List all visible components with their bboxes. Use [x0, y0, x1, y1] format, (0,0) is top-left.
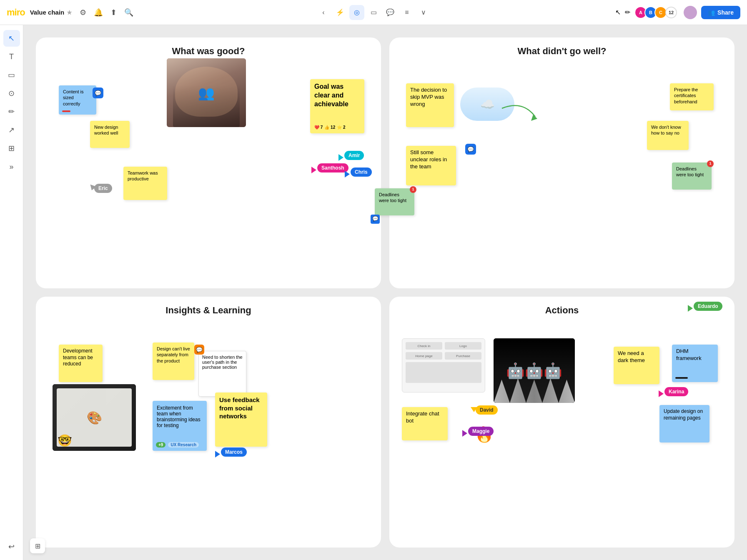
s1-title: What was good? [44, 46, 373, 57]
pen-tool-icon[interactable]: ✏ [625, 8, 630, 16]
sticky-chatbot[interactable]: Integrate chat bot [402, 407, 448, 440]
sticky-say-no[interactable]: We don't know how to say no [647, 121, 689, 150]
notifications-icon[interactable]: 🔔 [91, 5, 105, 20]
sticky-text: Goal was clear and achievable [314, 82, 360, 108]
sidebar-undo[interactable]: ↩ [3, 538, 20, 555]
sticky-text: Deadlines were too tight [676, 166, 704, 177]
svg-marker-0 [531, 115, 537, 121]
section-actions: Actions Eduardo Check in Logo Home page … [389, 297, 734, 548]
sticky-text: Excitement from team when brainstorming … [157, 405, 201, 428]
cursor-santhosh: Santhosh [311, 167, 316, 173]
sticky-dev-teams[interactable]: Development teams can be reduced [59, 345, 103, 382]
comment-bubble-insights[interactable]: 💬 [194, 345, 204, 355]
user-label-eduardo: Eduardo [694, 302, 722, 311]
sidebar-connector-tool[interactable]: ⊙ [3, 85, 20, 102]
avatar-count[interactable]: 12 [665, 7, 677, 18]
sticky-excitement[interactable]: Excitement from team when brainstorming … [153, 401, 207, 451]
user-label-karina: Karina [664, 387, 688, 396]
sticky-text: Integrate chat bot [406, 410, 439, 424]
sidebar-frame-tool[interactable]: ⊞ [3, 140, 20, 157]
frame-view-btn[interactable]: ▭ [366, 5, 381, 20]
topbar-right: ↖ ✏ A B C 12 👥 Share [615, 6, 740, 19]
sidebar-pen-tool[interactable]: ✏ [3, 103, 20, 120]
back-btn[interactable]: ‹ [316, 5, 331, 20]
avatars: A B C 12 [634, 6, 677, 19]
cursor-eduardo: Eduardo [688, 305, 693, 312]
section-insights: Insights & Learning Development teams ca… [36, 297, 381, 548]
frame-panel-icon[interactable]: ⊞ [30, 538, 45, 553]
topbar-left: miro Value chain ★ ⚙ 🔔 ⬆ 🔍 [7, 5, 615, 20]
sticky-text: Design can't live separately from the pr… [157, 346, 190, 363]
s4-title: Actions [398, 305, 726, 316]
share-label: Share [717, 9, 734, 16]
cursor-tool-icon[interactable]: ↖ [615, 8, 621, 16]
menu-btn[interactable]: ≡ [399, 5, 414, 20]
cloud-illustration: ☁️ [460, 88, 514, 121]
sidebar: ↖ T ▭ ⊙ ✏ ↗ ⊞ » ↩ [0, 25, 23, 560]
upload-icon[interactable]: ⬆ [108, 5, 119, 20]
cursor-marcos: Marcos [215, 451, 220, 458]
star-icon[interactable]: ★ [67, 9, 72, 16]
starwars-photo: 🤖🤖🤖 [494, 338, 575, 403]
sidebar-cursor-tool[interactable]: ↖ [3, 30, 20, 47]
share-button[interactable]: 👥 Share [701, 6, 740, 19]
sticky-dhm[interactable]: DHM framework [672, 345, 718, 382]
sticky-text: Still some unclear roles in the team [410, 149, 447, 170]
comment-btn[interactable]: 💬 [383, 5, 398, 20]
section-what-was-good: What was good? Content is sized correctl… [36, 38, 381, 288]
sticky-certificates[interactable]: Prepare the certificates beforehand [670, 83, 714, 110]
canvas[interactable]: What was good? Content is sized correctl… [23, 25, 747, 560]
search-icon[interactable]: 🔍 [122, 5, 136, 20]
sticky-text: DHM framework [676, 348, 702, 361]
sticky-text: Use feedback from social networks [219, 396, 260, 420]
sidebar-sticky-tool[interactable]: ▭ [3, 67, 20, 83]
s2-title: What didn't go well? [398, 46, 726, 57]
lightning-btn[interactable]: ⚡ [333, 5, 348, 20]
team-photo: 👥 [167, 58, 246, 127]
sticky-text: Prepare the certificates beforehand [674, 87, 698, 104]
sticky-teamwork[interactable]: Teamwork was productive [123, 167, 167, 200]
sticky-social-feedback[interactable]: Use feedback from social networks [215, 392, 267, 447]
sticky-dark-theme[interactable]: We need a dark theme [614, 347, 659, 384]
sticky-new-design[interactable]: New design worked well [90, 121, 130, 148]
user-label-maggie: Maggie [468, 427, 494, 436]
s3-title: Insights & Learning [44, 305, 373, 316]
comment-bubble-s2[interactable]: 💬 [465, 144, 476, 155]
sticky-deadlines-abs[interactable]: Deadlines were too tight 1 [672, 162, 712, 190]
timer-btn[interactable]: ◎ [349, 5, 364, 20]
user-label-chris: Chris [351, 168, 372, 177]
sticky-text: We need a dark theme [618, 350, 645, 363]
user-label-amir: Amir [344, 151, 364, 160]
topbar: miro Value chain ★ ⚙ 🔔 ⬆ 🔍 ‹ ⚡ ◎ ▭ 💬 ≡ ∨… [0, 0, 747, 25]
sticky-deadlines[interactable]: Deadlines were too tight 1 💬 [375, 188, 414, 215]
topbar-tools: ⚙ 🔔 ⬆ 🔍 [77, 5, 136, 20]
sticky-design-live[interactable]: Design can't live separately from the pr… [153, 342, 194, 380]
sticky-text: Teamwork was productive [128, 170, 158, 181]
sketch-photo: 🎨 🤓 [53, 384, 136, 451]
sticky-text: Content is sized correctly [63, 89, 84, 106]
cursor-karina: Karina [659, 390, 664, 397]
wireframe-mockup: Check in Logo Home page Purchase [402, 338, 485, 392]
more-btn[interactable]: ∨ [416, 5, 431, 20]
miro-logo: miro [7, 7, 25, 18]
cursor-chris: Chris [345, 171, 350, 178]
sidebar-text-tool[interactable]: T [3, 48, 20, 65]
settings-icon[interactable]: ⚙ [77, 5, 89, 20]
sticky-text: Deadlines were too tight [379, 192, 406, 203]
user-label-santhosh: Santhosh [317, 163, 348, 172]
sticky-mvp[interactable]: The decision to skip MVP was wrong [406, 83, 454, 127]
sticky-unclear-roles[interactable]: Still some unclear roles in the team [406, 146, 456, 185]
board-title: Value chain ★ [30, 9, 73, 16]
sidebar-more-tool[interactable]: » [3, 158, 20, 175]
user-label-marcos: Marcos [221, 448, 247, 457]
sticky-goal[interactable]: Goal was clear and achievable ❤️ 7👍 12⭐ … [310, 79, 364, 133]
cursor-amir: Amir [338, 154, 343, 161]
sticky-update-design[interactable]: Update design on remaining pages [659, 405, 709, 442]
cursor-maggie: Maggie [462, 430, 467, 437]
sticky-content-sized[interactable]: Content is sized correctly [59, 85, 96, 115]
sticky-shorten-path[interactable]: Need to shorten the user's path in the p… [198, 351, 246, 397]
sticky-text: New design worked well [94, 125, 118, 135]
comment-bubble-1[interactable]: 💬 [93, 88, 103, 98]
sticky-text: Development teams can be reduced [63, 348, 93, 367]
sidebar-arrow-tool[interactable]: ↗ [3, 122, 20, 138]
